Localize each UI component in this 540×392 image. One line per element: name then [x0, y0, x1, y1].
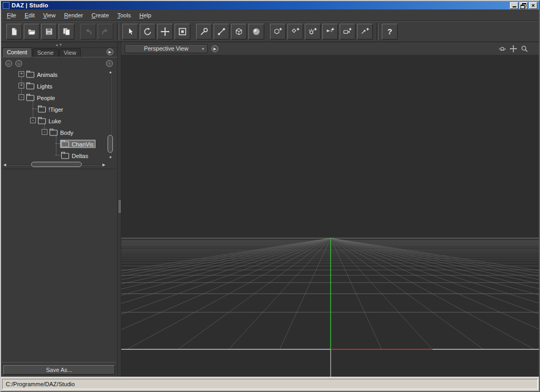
- copy-button[interactable]: [59, 24, 74, 40]
- daz-studio-window: DAZ | Studio × FileEditViewRenderCreateT…: [0, 0, 540, 392]
- tree-item-people[interactable]: -People: [2, 92, 107, 103]
- nav-back-button[interactable]: ←: [5, 60, 12, 67]
- scale-square-icon: [178, 27, 187, 36]
- panel-menu-button[interactable]: ▶: [107, 48, 113, 55]
- menu-bar: FileEditViewRenderCreateToolsHelp: [1, 9, 539, 21]
- scale-tool-button[interactable]: [175, 24, 190, 40]
- viewport-menu-button[interactable]: ▶: [211, 45, 218, 52]
- tree-item-body[interactable]: -Body: [2, 126, 107, 138]
- tree-item-animals[interactable]: +Animals: [2, 68, 107, 80]
- surface-selection-tool-button[interactable]: [196, 24, 212, 40]
- tree-item-deltas[interactable]: Deltas: [2, 150, 107, 161]
- collapse-icon[interactable]: -: [18, 94, 24, 100]
- scrollbar-thumb[interactable]: [108, 135, 113, 153]
- orbit-camera-button[interactable]: [498, 44, 507, 53]
- content-tree: +Animals+Lights-People!Tiger-Luke-BodyCh…: [2, 68, 107, 161]
- tree-horizontal-scrollbar: ◀ ▶: [2, 161, 107, 168]
- scroll-right-arrow[interactable]: ▶: [101, 161, 107, 168]
- scroll-up-arrow[interactable]: ▲: [107, 70, 114, 75]
- save-as-button[interactable]: Save As...: [3, 365, 115, 375]
- undo-button[interactable]: [80, 24, 96, 40]
- menu-view[interactable]: View: [39, 11, 60, 20]
- panel-splitter[interactable]: [117, 42, 121, 377]
- tree-item-label: People: [37, 94, 55, 101]
- menu-create[interactable]: Create: [87, 11, 113, 20]
- expand-icon[interactable]: +: [18, 83, 24, 89]
- help-button[interactable]: ?: [382, 24, 398, 40]
- toolbar-separator: [377, 23, 379, 40]
- viewport-canvas[interactable]: [121, 55, 539, 377]
- tab-scene[interactable]: Scene: [33, 48, 59, 57]
- expand-icon[interactable]: +: [18, 71, 24, 77]
- tab-view[interactable]: View: [59, 48, 81, 57]
- restore-button[interactable]: [519, 2, 528, 9]
- collapse-icon[interactable]: -: [42, 129, 47, 135]
- window-controls: ×: [510, 2, 537, 9]
- minimize-button[interactable]: [510, 2, 518, 9]
- collapse-icon[interactable]: -: [30, 117, 36, 123]
- viewport-grid: [121, 55, 539, 377]
- lollipop-icon: [199, 27, 209, 36]
- scroll-left-arrow[interactable]: ◀: [2, 161, 7, 168]
- panel-tabs: Content Scene View ▶: [2, 48, 117, 57]
- nav-forward-button[interactable]: →: [15, 60, 22, 67]
- node-selection-tool-button[interactable]: [122, 24, 138, 40]
- title-bar[interactable]: DAZ | Studio ×: [1, 1, 539, 9]
- sphere-shaded-icon: [252, 27, 261, 36]
- content-list-area[interactable]: [2, 169, 116, 362]
- tree-item--tiger[interactable]: !Tiger: [2, 103, 107, 115]
- new-node-button[interactable]: [270, 24, 286, 40]
- new-point-light-button[interactable]: [305, 24, 321, 40]
- rotate-tool-button[interactable]: [140, 24, 156, 40]
- camera-view-value: Perspective View: [144, 45, 188, 52]
- translate-cross-icon: [160, 27, 170, 36]
- new-spotlight-button[interactable]: [322, 24, 338, 40]
- light-plus-icon: [308, 27, 317, 36]
- pan-camera-button[interactable]: [509, 44, 518, 53]
- cube-wire-icon: [234, 27, 244, 36]
- minimize-icon: [513, 6, 516, 7]
- status-path-field: C:/Programme/DAZ/Studio: [2, 379, 538, 389]
- menu-help[interactable]: Help: [135, 11, 156, 20]
- tree-item-luke[interactable]: -Luke: [2, 115, 107, 126]
- redo-button[interactable]: [98, 24, 113, 40]
- folder-icon: [38, 107, 46, 113]
- shaded-view-button[interactable]: [248, 24, 264, 40]
- open-file-button[interactable]: [24, 24, 40, 40]
- distant-plus-icon: [360, 27, 370, 36]
- new-null-button[interactable]: [287, 24, 303, 40]
- viewport-toolbar: Perspective View ▼ ▶: [121, 42, 539, 55]
- new-distant-light-button[interactable]: [357, 24, 373, 40]
- tree-item-label: Body: [60, 129, 73, 135]
- translate-tool-button[interactable]: [157, 24, 173, 40]
- zoom-camera-button[interactable]: [520, 44, 529, 53]
- joint-editor-tool-button[interactable]: [214, 24, 229, 40]
- toolbar: ?: [1, 21, 539, 42]
- scrollbar-thumb[interactable]: [31, 162, 82, 167]
- close-button[interactable]: ×: [529, 2, 537, 9]
- viewport-camera-tools: [498, 44, 529, 53]
- tree-item-chanvis[interactable]: ChanVis: [2, 138, 107, 150]
- save-file-button[interactable]: [41, 24, 57, 40]
- menu-file[interactable]: File: [3, 11, 21, 20]
- redo-arrow-icon: [101, 27, 110, 36]
- tab-content[interactable]: Content: [2, 47, 32, 57]
- tree-item-label: !Tiger: [49, 106, 63, 112]
- new-file-button[interactable]: [6, 24, 22, 40]
- rotate-circle-icon: [143, 27, 152, 36]
- tree-item-lights[interactable]: +Lights: [2, 80, 107, 92]
- menu-tools[interactable]: Tools: [113, 11, 136, 20]
- folder-icon: [26, 84, 34, 90]
- nav-up-button[interactable]: ↑: [106, 60, 113, 67]
- chevron-down-icon: ▼: [201, 47, 205, 51]
- frame-tool-button[interactable]: [231, 24, 247, 40]
- zoom-icon: [520, 45, 528, 53]
- orbit-icon: [498, 45, 506, 53]
- undo-arrow-icon: [83, 27, 93, 36]
- scroll-down-arrow[interactable]: ▼: [107, 155, 114, 160]
- camera-view-select[interactable]: Perspective View ▼: [124, 44, 208, 53]
- menu-edit[interactable]: Edit: [21, 11, 39, 20]
- menu-render[interactable]: Render: [60, 11, 87, 20]
- pointer-arrow-icon: [126, 27, 135, 36]
- new-camera-button[interactable]: [340, 24, 355, 40]
